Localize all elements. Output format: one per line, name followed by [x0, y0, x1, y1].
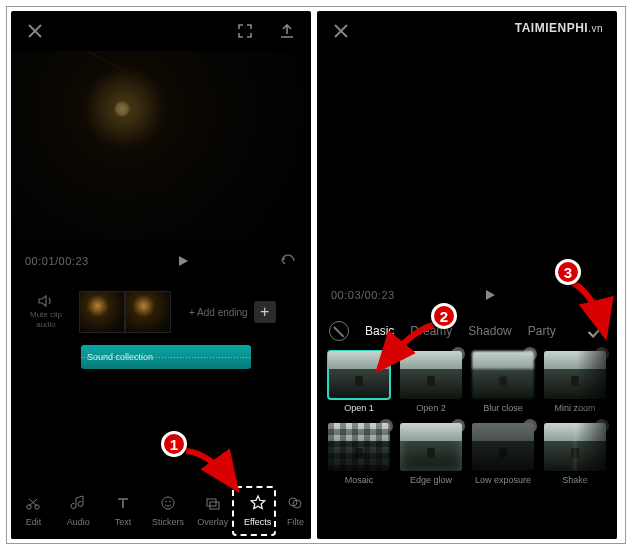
- close-icon[interactable]: [331, 21, 351, 41]
- effect-mini-zoom[interactable]: Mini zoom: [543, 351, 607, 413]
- annotation-arrow-3: [567, 277, 617, 347]
- transport-bar: 00:01/00:23: [11, 241, 311, 281]
- filters-icon: [286, 493, 304, 513]
- tutorial-frame: 00:01/00:23 Mute clip audio + Add endi: [6, 6, 626, 544]
- play-icon[interactable]: [173, 251, 193, 271]
- scissors-icon: [24, 493, 42, 513]
- video-preview[interactable]: [11, 51, 311, 241]
- effect-label: Mini zoom: [554, 403, 595, 413]
- annotation-arrow-1: [181, 443, 251, 503]
- svg-point-3: [165, 501, 167, 503]
- effect-label: Open 1: [344, 403, 374, 413]
- annotation-badge-2: 2: [431, 303, 457, 329]
- add-ending-button[interactable]: + Add ending +: [189, 301, 276, 323]
- tab-shadow[interactable]: Shadow: [468, 324, 511, 338]
- tool-label: Filte: [287, 517, 304, 527]
- fullscreen-icon[interactable]: [235, 21, 255, 41]
- tool-label: Audio: [67, 517, 90, 527]
- star-icon: [249, 493, 267, 513]
- effect-label: Low exposure: [475, 475, 531, 485]
- video-clip[interactable]: [79, 291, 171, 333]
- smile-icon: [159, 493, 177, 513]
- annotation-badge-3: 3: [555, 259, 581, 285]
- svg-point-2: [162, 497, 174, 509]
- tab-party[interactable]: Party: [528, 324, 556, 338]
- bottom-toolbar: Edit Audio Text Stickers Overlay Effects: [11, 481, 311, 539]
- timecode: 00:03/00:23: [331, 289, 395, 301]
- phone-left: 00:01/00:23 Mute clip audio + Add endi: [11, 11, 311, 539]
- tool-label: Stickers: [152, 517, 184, 527]
- watermark: TAIMIENPHI.vn: [515, 21, 603, 35]
- audio-clip[interactable]: Sound collection: [81, 345, 251, 369]
- phone-right: TAIMIENPHI.vn 00:03/00:23 Basic Dreamy S…: [317, 11, 617, 539]
- effect-blur-close[interactable]: Blur close: [471, 351, 535, 413]
- text-icon: [114, 493, 132, 513]
- effect-label: Shake: [562, 475, 588, 485]
- plus-icon: +: [254, 301, 276, 323]
- no-effect-icon[interactable]: [329, 321, 349, 341]
- editor-topbar: [11, 11, 311, 51]
- tool-label: Overlay: [197, 517, 228, 527]
- export-icon[interactable]: [277, 21, 297, 41]
- edit-tool[interactable]: Edit: [11, 493, 55, 527]
- effect-shake[interactable]: Shake: [543, 423, 607, 485]
- filters-tool[interactable]: Filte: [280, 493, 310, 527]
- music-note-icon: [69, 493, 87, 513]
- timecode: 00:01/00:23: [25, 255, 89, 267]
- effect-label: Blur close: [483, 403, 523, 413]
- effects-grid: Open 1 Open 2 Blur close Mini zoom Mosai: [317, 351, 617, 495]
- annotation-arrow-2: [371, 319, 441, 379]
- effect-label: Open 2: [416, 403, 446, 413]
- play-icon[interactable]: [480, 285, 500, 305]
- effect-edge-glow[interactable]: Edge glow: [399, 423, 463, 485]
- effect-label: Mosaic: [345, 475, 374, 485]
- effect-low-exposure[interactable]: Low exposure: [471, 423, 535, 485]
- audio-tool[interactable]: Audio: [56, 493, 100, 527]
- video-preview[interactable]: [317, 51, 617, 275]
- undo-icon[interactable]: [277, 251, 297, 271]
- tool-label: Effects: [244, 517, 271, 527]
- annotation-badge-1: 1: [161, 431, 187, 457]
- svg-point-4: [169, 501, 171, 503]
- close-icon[interactable]: [25, 21, 45, 41]
- tool-label: Text: [115, 517, 132, 527]
- mute-clip-audio-button[interactable]: Mute clip audio: [21, 294, 71, 329]
- effect-mosaic[interactable]: Mosaic: [327, 423, 391, 485]
- effect-label: Edge glow: [410, 475, 452, 485]
- tool-label: Edit: [26, 517, 42, 527]
- text-tool[interactable]: Text: [101, 493, 145, 527]
